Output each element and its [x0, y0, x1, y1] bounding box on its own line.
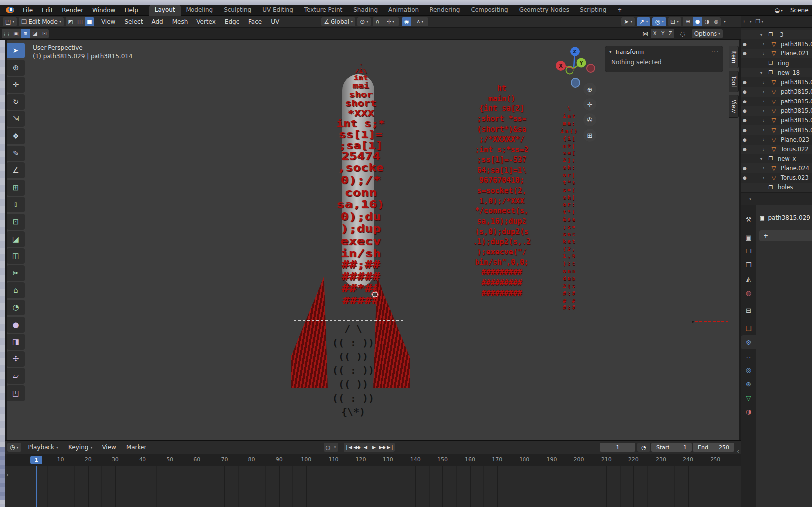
select-mode-button[interactable]: ■	[85, 17, 94, 26]
workspace-tab[interactable]: UV Editing	[257, 5, 299, 16]
properties-tab[interactable]: ⚒	[741, 212, 756, 226]
drag-grip-icon[interactable]: ····	[712, 50, 719, 54]
tool-button[interactable]: ∠	[7, 162, 25, 178]
outliner-row[interactable]: ❒ holes	[741, 183, 812, 192]
outliner-row[interactable]: ● › ▽ Plane.024	[741, 163, 812, 173]
workspace-tab[interactable]: Rendering	[424, 5, 465, 16]
viewport-menu-item[interactable]: Edge	[220, 18, 244, 25]
properties-tab[interactable]: ⚙	[741, 335, 756, 349]
axis-button[interactable]: Y	[659, 29, 667, 38]
blender-logo-icon[interactable]	[6, 7, 14, 13]
workspace-tab[interactable]: Shading	[348, 5, 383, 16]
outliner-header-button[interactable]: ≔ ▾	[743, 18, 752, 25]
properties-tab[interactable]: ❑	[741, 321, 756, 335]
transport-button[interactable]: ▶❘	[386, 443, 395, 452]
disclosure-icon[interactable]: ›	[758, 165, 769, 171]
properties-tab[interactable]: ◍	[741, 286, 756, 300]
viewport-menu-item[interactable]: Vertex	[192, 18, 220, 25]
shading-mode-button[interactable]: ◑	[702, 17, 712, 26]
end-frame-field[interactable]: End 250	[693, 443, 734, 452]
nav-button[interactable]: ⊞	[583, 129, 596, 142]
disclosure-icon[interactable]: ›	[758, 118, 769, 123]
disclosure-icon[interactable]: ›	[758, 108, 769, 114]
select-tool-mode-button[interactable]: ◪	[30, 29, 40, 38]
nav-button[interactable]: ✇	[583, 113, 596, 126]
chevron-down-icon[interactable]: ▾	[332, 443, 338, 452]
disclosure-icon[interactable]: ›	[758, 80, 769, 85]
header-toggle-button[interactable]: ⊡ ▾	[668, 17, 681, 26]
disclosure-icon[interactable]: ›	[758, 137, 769, 142]
snap-magnet-icon[interactable]: ∩	[373, 17, 382, 26]
tool-button[interactable]: ⊞	[7, 180, 25, 196]
options-dropdown[interactable]: Options ▾	[692, 29, 723, 38]
editor-type-button[interactable]: ◳ ▾	[3, 17, 17, 26]
workspace-tab[interactable]: Layout	[149, 5, 181, 16]
tool-button[interactable]: ⊕	[7, 60, 25, 76]
disclosure-icon[interactable]: ›	[758, 99, 769, 104]
tool-button[interactable]: ↻	[7, 94, 25, 110]
tool-button[interactable]: ◫	[7, 248, 25, 264]
sidebar-tab[interactable]: View	[729, 95, 739, 118]
nav-button[interactable]: ✛	[583, 98, 596, 111]
transport-button[interactable]: ▶◆	[378, 443, 386, 452]
expand-left-icon[interactable]: ›	[6, 471, 9, 478]
start-frame-field[interactable]: Start 1	[651, 443, 692, 452]
menu-item[interactable]: Help	[120, 7, 142, 14]
disclosure-icon[interactable]: ›	[758, 127, 769, 133]
timeline-menu-item[interactable]: Marker	[121, 444, 151, 451]
timeline-menu-item[interactable]: Playback ▾	[23, 444, 64, 451]
outliner-row[interactable]: ● › ▽ path3815.0	[741, 106, 812, 115]
tool-button[interactable]: ➤	[7, 43, 25, 58]
timeline-editor-type-button[interactable]: ◷ ▾	[7, 443, 21, 452]
timeline-menu-item[interactable]: View	[97, 444, 121, 451]
tool-button[interactable]: ●	[7, 317, 25, 333]
scene-name[interactable]: Scene	[790, 7, 812, 14]
workspace-tab[interactable]: Compositing	[465, 5, 513, 16]
playhead-line[interactable]	[36, 466, 37, 507]
sidebar-tab[interactable]: Tool	[729, 71, 739, 92]
properties-tab[interactable]: ❒	[741, 244, 756, 258]
select-tool-mode-button[interactable]: ▣	[11, 29, 21, 38]
outliner-row[interactable]: ▾ ❒ new_x	[741, 154, 812, 163]
tool-button[interactable]: ⌂	[7, 282, 25, 298]
disclosure-icon[interactable]: ›	[758, 147, 769, 152]
workspace-tab[interactable]: Sculpting	[218, 5, 257, 16]
properties-tab[interactable]: ⊟	[741, 304, 756, 317]
menu-item[interactable]: Window	[88, 7, 120, 14]
outliner-header-button[interactable]: ❐ ▾	[756, 18, 763, 25]
select-tool-mode-button[interactable]: ⬚	[2, 29, 11, 38]
properties-tab[interactable]: ▣	[741, 230, 756, 244]
viewport-menu-item[interactable]: Face	[244, 18, 266, 25]
viewport-menu-item[interactable]: Select	[120, 18, 147, 25]
properties-tab[interactable]: ∴	[741, 349, 756, 363]
header-toggle-button[interactable]: ↗ ▾	[637, 17, 650, 26]
axis-button[interactable]: Z	[667, 29, 674, 38]
tool-button[interactable]: ◰	[7, 385, 25, 401]
shading-mode-button[interactable]: ⊕	[683, 17, 693, 26]
header-toggle-button[interactable]: ➤ ▾	[621, 17, 635, 26]
workspace-tab[interactable]: Animation	[383, 5, 424, 16]
menu-item[interactable]: File	[18, 7, 37, 14]
outliner-row[interactable]: ▾ ❒ -3	[741, 30, 812, 39]
select-tool-mode-button[interactable]: ⧈	[21, 29, 30, 38]
outliner-row[interactable]: ▾ ❒ new_18	[741, 68, 812, 77]
falloff-dropdown[interactable]: ∧ ▾	[411, 17, 428, 26]
tool-button[interactable]: ✛	[7, 77, 25, 93]
outliner-row[interactable]: ● › ▽ path3815.0	[741, 116, 812, 125]
outliner-row[interactable]: ● › ▽ path3815.0	[741, 39, 812, 49]
select-tool-mode-button[interactable]: ⊡	[40, 29, 49, 38]
chevron-down-icon[interactable]: ▾	[724, 19, 726, 24]
nav-button[interactable]: ⊕	[583, 83, 596, 96]
tool-button[interactable]: ✣	[7, 351, 25, 367]
outliner-row[interactable]: ● › ▽ Torus.022	[741, 145, 812, 154]
workspace-tab[interactable]: Geometry Nodes	[514, 5, 574, 16]
select-mode-button[interactable]: ◫	[75, 17, 85, 26]
snap-with-dropdown[interactable]: ⊹ ▾	[382, 17, 399, 26]
tool-button[interactable]: ▱	[7, 368, 25, 384]
proportional-snap-icon[interactable]: ◌	[680, 30, 685, 37]
outliner-row[interactable]: ● › ▽ Torus.023	[741, 173, 812, 182]
workspace-tab[interactable]: Modeling	[181, 5, 219, 16]
disclosure-icon[interactable]: ▾	[756, 70, 766, 75]
outliner-row[interactable]: ● › ▽ path3815.0	[741, 97, 812, 106]
mirror-icon[interactable]: ⋈	[642, 30, 648, 37]
